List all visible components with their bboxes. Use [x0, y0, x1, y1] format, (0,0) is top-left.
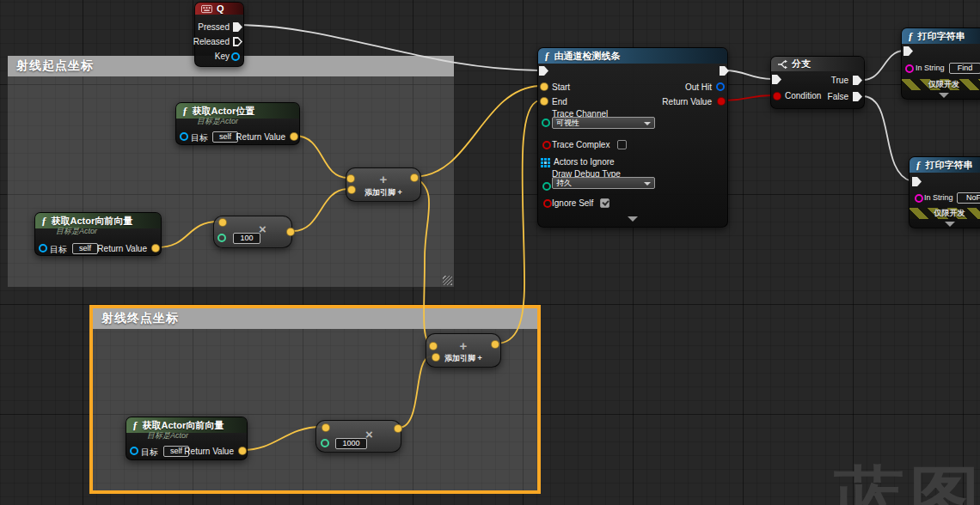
target-value-box[interactable]: self	[72, 243, 98, 254]
function-icon: ƒ	[132, 418, 138, 432]
exec-input-pin[interactable]	[772, 75, 781, 84]
collapse-arrow-icon[interactable]	[939, 93, 949, 98]
target-pin[interactable]	[180, 132, 188, 141]
multiplier-value-box[interactable]: 100	[233, 233, 260, 244]
released-exec-pin[interactable]	[233, 37, 242, 46]
pin-label-released: Released	[193, 37, 230, 46]
print-string-node-find[interactable]: ƒ 打印字符串 In String Find 仅限开发	[901, 27, 980, 100]
node-header[interactable]: ƒ 打印字符串	[902, 28, 980, 44]
exec-input-pin[interactable]	[903, 46, 913, 56]
result-output-pin[interactable]	[286, 228, 295, 236]
multiplier-value-box[interactable]: 1000	[335, 438, 367, 449]
node-header[interactable]: 分支	[771, 57, 864, 71]
array-pin-icon[interactable]	[541, 158, 550, 167]
return-value-pin[interactable]	[151, 244, 160, 252]
end-pin[interactable]	[540, 97, 548, 106]
draw-debug-type-dropdown[interactable]: 持久	[552, 177, 655, 189]
development-only-label: 仅限开发	[934, 208, 965, 219]
target-pin[interactable]	[39, 244, 47, 252]
node-header[interactable]: ƒ 由通道检测线条	[538, 48, 727, 64]
multiply-node-100[interactable]: 100 ×	[213, 216, 292, 248]
add-input-pin-1[interactable]	[346, 174, 355, 183]
blueprint-watermark: 蓝图	[834, 464, 980, 505]
ignore-self-checkbox[interactable]	[600, 198, 609, 208]
branch-icon	[777, 59, 787, 70]
development-only-band: 仅限开发	[902, 79, 980, 90]
true-exec-pin[interactable]	[853, 76, 862, 85]
target-pin[interactable]	[130, 447, 138, 455]
add-input-pin-2[interactable]	[347, 186, 356, 194]
ignore-self-pin[interactable]	[543, 199, 552, 208]
comment-title: 射线终点坐标	[101, 311, 179, 325]
blueprint-graph[interactable]: 蓝图 射线起点坐标 射线终点坐标	[0, 0, 980, 505]
node-title: 由通道检测线条	[554, 50, 621, 63]
exec-input-pin[interactable]	[539, 66, 548, 76]
out-hit-pin[interactable]	[716, 82, 725, 91]
float-input-pin[interactable]	[217, 234, 226, 242]
add-output-pin[interactable]	[491, 340, 499, 349]
comment-title: 射线起点坐标	[16, 58, 94, 72]
node-title: 打印字符串	[926, 159, 973, 172]
print-string-node-nofind[interactable]: ƒ 打印字符串 In String NoFind 仅限开发	[909, 156, 980, 228]
key-output-pin[interactable]	[231, 52, 240, 61]
key-event-q-node[interactable]: Q Pressed Released Key	[194, 2, 244, 67]
in-string-pin[interactable]	[905, 64, 914, 73]
trace-channel-value: 可视性	[556, 119, 579, 127]
add-input-pin-2[interactable]	[432, 353, 440, 362]
comment-header[interactable]: 射线终点坐标	[93, 308, 537, 329]
add-node-start[interactable]: + 添加引脚 +	[346, 167, 421, 202]
return-value-pin[interactable]	[238, 447, 247, 455]
node-header[interactable]: Q	[195, 3, 243, 15]
line-trace-by-channel-node[interactable]: ƒ 由通道检测线条 Start End Out Hit Return Value…	[537, 47, 728, 228]
trace-complex-checkbox[interactable]	[617, 140, 627, 149]
multiply-operator: ×	[365, 427, 373, 441]
draw-debug-type-value: 持久	[556, 179, 572, 187]
multiply-node-1000[interactable]: 1000 ×	[315, 420, 401, 453]
node-header[interactable]: ƒ 打印字符串	[910, 157, 980, 173]
function-icon: ƒ	[41, 214, 47, 228]
pressed-exec-pin[interactable]	[233, 22, 242, 32]
return-value-pin[interactable]	[290, 132, 298, 141]
pin-label-false: False	[828, 92, 848, 101]
add-node-end[interactable]: + 添加引脚 +	[426, 333, 501, 368]
condition-pin[interactable]	[773, 92, 781, 100]
return-value-pin[interactable]	[717, 97, 726, 106]
pin-label-actors-to-ignore: Actors to Ignore	[554, 157, 615, 167]
branch-node[interactable]: 分支 Condition True False	[770, 56, 865, 109]
get-forward-vector-node-2[interactable]: ƒ 获取Actor向前向量 目标是Actor 目标 self Return Va…	[126, 417, 248, 460]
collapse-arrow-icon[interactable]	[628, 216, 638, 222]
pin-label-target: 目标	[191, 132, 208, 144]
pin-label-ignore-self: Ignore Self	[552, 198, 593, 208]
float-input-pin[interactable]	[321, 439, 329, 447]
function-icon: ƒ	[182, 104, 188, 118]
trace-channel-pin[interactable]	[542, 119, 550, 127]
add-output-pin[interactable]	[410, 173, 419, 182]
pin-label-condition: Condition	[785, 91, 821, 100]
add-pin-button[interactable]: 添加引脚 +	[346, 187, 420, 198]
pin-label-target: 目标	[50, 244, 67, 256]
result-output-pin[interactable]	[394, 424, 402, 433]
pin-label-pressed: Pressed	[198, 22, 230, 32]
trace-complex-pin[interactable]	[542, 141, 551, 149]
function-icon: ƒ	[908, 29, 914, 43]
false-exec-pin[interactable]	[853, 92, 862, 101]
comment-resize-grip[interactable]	[443, 276, 452, 285]
in-string-value-box[interactable]: NoFind	[957, 192, 980, 204]
in-string-value-box[interactable]: Find	[949, 63, 980, 74]
vector-input-pin[interactable]	[322, 423, 330, 432]
pin-label-return-value: Return Value	[662, 97, 712, 106]
start-pin[interactable]	[540, 82, 548, 91]
target-value-box[interactable]: self	[212, 131, 238, 143]
in-string-pin[interactable]	[915, 194, 923, 203]
get-actor-location-node[interactable]: ƒ 获取Actor位置 目标是Actor 目标 self Return Valu…	[175, 102, 300, 145]
pin-label-in-string: In String	[924, 193, 953, 202]
get-forward-vector-node-1[interactable]: ƒ 获取Actor向前向量 目标是Actor 目标 self Return Va…	[34, 212, 162, 256]
vector-input-pin[interactable]	[218, 218, 227, 227]
exec-output-pin[interactable]	[720, 66, 729, 76]
trace-channel-dropdown[interactable]: 可视性	[552, 117, 655, 129]
collapse-arrow-icon[interactable]	[945, 222, 955, 227]
exec-input-pin[interactable]	[912, 177, 922, 186]
add-input-pin-1[interactable]	[429, 342, 438, 350]
node-title: 分支	[792, 58, 811, 70]
draw-debug-type-pin[interactable]	[542, 182, 551, 191]
